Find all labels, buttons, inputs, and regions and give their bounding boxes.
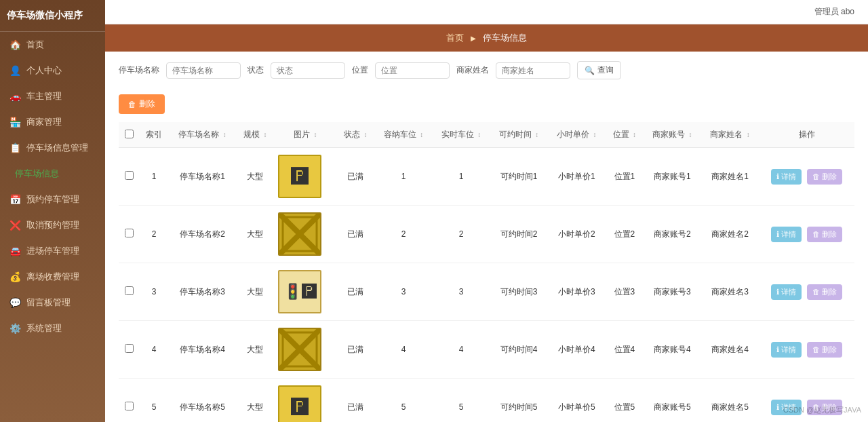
table-row: 1 停车场名称1 大型 🅿 已满 1 1 可约时间1 小时单价1 位置1 商家账… — [119, 148, 854, 206]
row-available-time: 可约时间4 — [490, 321, 548, 379]
col-name[interactable]: 停车场名称 ↕ — [169, 122, 237, 148]
search-icon: 🔍 — [585, 66, 595, 75]
row-index: 3 — [139, 263, 169, 321]
row-checkbox[interactable] — [125, 286, 134, 295]
table-row: 2 停车场名称2 大型 已满 2 2 可约时间2 小时单价2 位置2 商家账号2… — [119, 206, 854, 263]
col-select — [119, 122, 139, 148]
row-merchant-name: 商家姓名5 — [701, 379, 759, 423]
sidebar-item-label: 停车场信息管理 — [26, 142, 88, 154]
row-hourly-rate: 小时单价3 — [548, 263, 606, 321]
col-size[interactable]: 规模 ↕ — [236, 122, 274, 148]
col-location[interactable]: 位置 ↕ — [606, 122, 644, 148]
detail-button[interactable]: ℹ 详情 — [771, 284, 802, 300]
row-image — [274, 206, 336, 263]
row-select[interactable] — [119, 148, 139, 206]
row-size: 大型 — [236, 263, 274, 321]
parking-name-input[interactable] — [166, 62, 241, 79]
col-available-time[interactable]: 可约时间 ↕ — [490, 122, 548, 148]
sidebar-item-car-mgmt[interactable]: 🚗 车主管理 — [0, 83, 105, 109]
row-operation: ℹ 详情 🗑 删除 — [759, 263, 854, 321]
detail-button[interactable]: ℹ 详情 — [771, 342, 802, 358]
row-location: 位置1 — [606, 148, 644, 206]
sidebar-item-parking-info[interactable]: 停车场信息 — [0, 161, 105, 187]
col-realtime[interactable]: 实时车位 ↕ — [433, 122, 490, 148]
row-operation: ℹ 详情 🗑 删除 — [759, 379, 854, 423]
sidebar-item-parking-info-mgmt[interactable]: 📋 停车场信息管理 — [0, 135, 105, 161]
row-checkbox[interactable] — [125, 402, 134, 410]
sidebar-item-label: 首页 — [26, 39, 44, 51]
merchant-name-input[interactable] — [496, 62, 570, 79]
action-bar: 🗑 删除 — [105, 89, 868, 122]
row-merchant-name: 商家姓名1 — [701, 148, 759, 206]
row-image — [274, 321, 336, 379]
chat-icon: 💬 — [9, 297, 21, 308]
batch-delete-button[interactable]: 🗑 删除 — [119, 94, 165, 114]
col-status[interactable]: 状态 ↕ — [336, 122, 374, 148]
col-merchant-name[interactable]: 商家姓名 ↕ — [701, 122, 759, 148]
row-available-time: 可约时间2 — [490, 206, 548, 263]
sidebar-item-home[interactable]: 🏠 首页 — [0, 32, 105, 58]
col-capacity[interactable]: 容纳车位 ↕ — [374, 122, 432, 148]
status-input[interactable] — [271, 62, 345, 79]
breadcrumb: 首页 ► 停车场信息 — [105, 24, 868, 52]
search-button[interactable]: 🔍 查询 — [577, 61, 621, 79]
row-index: 5 — [139, 379, 169, 423]
row-status: 已满 — [336, 263, 374, 321]
row-realtime: 1 — [433, 148, 490, 206]
row-operation: ℹ 详情 🗑 删除 — [759, 148, 854, 206]
search-bar: 停车场名称 状态 位置 商家姓名 🔍 查询 — [105, 52, 868, 89]
sidebar-item-merchant-mgmt[interactable]: 🏪 商家管理 — [0, 109, 105, 135]
detail-button[interactable]: ℹ 详情 — [771, 169, 802, 185]
breadcrumb-home[interactable]: 首页 — [446, 32, 464, 44]
sidebar: 停车场微信小程序 🏠 首页 👤 个人中心 🚗 车主管理 🏪 商家管理 📋 停车场… — [0, 0, 105, 422]
row-image: 🅿 — [274, 379, 336, 423]
sidebar-item-system-mgmt[interactable]: ⚙️ 系统管理 — [0, 315, 105, 341]
delete-button[interactable]: 🗑 删除 — [807, 284, 842, 300]
delete-button[interactable]: 🗑 删除 — [807, 227, 842, 242]
select-all-checkbox[interactable] — [125, 130, 134, 138]
delete-button[interactable]: 🗑 删除 — [807, 169, 842, 185]
parking-name-label: 停车场名称 — [119, 64, 159, 76]
row-select[interactable] — [119, 379, 139, 423]
table-container: 索引 停车场名称 ↕ 规模 ↕ 图片 ↕ 状态 ↕ 容纳车位 ↕ 实时车位 ↕ … — [105, 122, 868, 422]
row-select[interactable] — [119, 321, 139, 379]
merchant-icon: 🏪 — [9, 117, 21, 128]
sidebar-item-feedback-mgmt[interactable]: 💬 留言板管理 — [0, 290, 105, 315]
col-hourly-rate[interactable]: 小时单价 ↕ — [548, 122, 606, 148]
breadcrumb-current: 停车场信息 — [483, 32, 527, 44]
row-checkbox[interactable] — [125, 229, 134, 237]
row-available-time: 可约时间5 — [490, 379, 548, 423]
row-checkbox[interactable] — [125, 344, 134, 353]
col-image[interactable]: 图片 ↕ — [274, 122, 336, 148]
location-input[interactable] — [375, 62, 450, 79]
col-merchant-no[interactable]: 商家账号 ↕ — [644, 122, 701, 148]
sidebar-item-enter-mgmt[interactable]: 🚘 进场停车管理 — [0, 238, 105, 264]
row-select[interactable] — [119, 263, 139, 321]
money-icon: 💰 — [9, 271, 21, 282]
delete-button[interactable]: 🗑 删除 — [807, 400, 842, 415]
sidebar-item-cancel-reservation[interactable]: ❌ 取消预约管理 — [0, 212, 105, 238]
table-row: 5 停车场名称5 大型 🅿 已满 5 5 可约时间5 小时单价5 位置5 商家账… — [119, 379, 854, 423]
detail-button[interactable]: ℹ 详情 — [771, 400, 802, 415]
sidebar-item-checkout-mgmt[interactable]: 💰 离场收费管理 — [0, 264, 105, 290]
row-checkbox[interactable] — [125, 171, 134, 180]
row-hourly-rate: 小时单价1 — [548, 148, 606, 206]
sidebar-item-reservation-mgmt[interactable]: 📅 预约停车管理 — [0, 187, 105, 212]
col-operation: 操作 — [759, 122, 854, 148]
delete-button[interactable]: 🗑 删除 — [807, 342, 842, 358]
table-row: 3 停车场名称3 大型 🚦🅿 已满 3 3 可约时间3 小时单价3 位置3 商家… — [119, 263, 854, 321]
sidebar-item-personal[interactable]: 👤 个人中心 — [0, 58, 105, 83]
row-select[interactable] — [119, 206, 139, 263]
row-hourly-rate: 小时单价4 — [548, 321, 606, 379]
row-name: 停车场名称1 — [169, 148, 237, 206]
row-name: 停车场名称5 — [169, 379, 237, 423]
row-merchant-no: 商家账号5 — [644, 379, 701, 423]
row-index: 1 — [139, 148, 169, 206]
sidebar-item-label: 车主管理 — [26, 90, 62, 102]
main-area: 管理员 abo 首页 ► 停车场信息 停车场名称 状态 位置 商家姓名 🔍 查询 — [105, 0, 868, 422]
row-image: 🚦🅿 — [274, 263, 336, 321]
status-label: 状态 — [248, 64, 264, 76]
row-status: 已满 — [336, 206, 374, 263]
detail-button[interactable]: ℹ 详情 — [771, 227, 802, 242]
row-realtime: 3 — [433, 263, 490, 321]
